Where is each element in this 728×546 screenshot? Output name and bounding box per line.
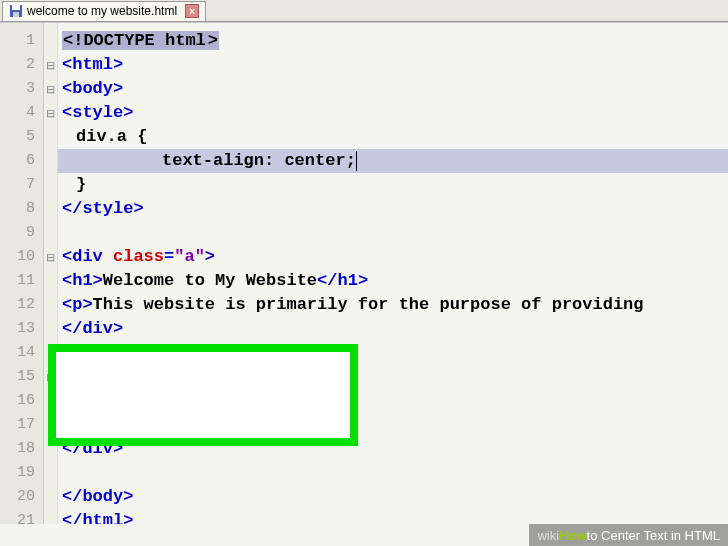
code-line: <body> [58,77,728,101]
line-number: 17 [0,413,43,437]
line-number: 4 [0,101,43,125]
text-cursor [356,151,357,171]
line-number: 5 [0,125,43,149]
code-line: <html> [58,53,728,77]
code-line: <div class="a"> [58,245,728,269]
fold-marker[interactable]: ⊟ [44,77,57,101]
code-line: </body> [58,485,728,509]
fold-marker[interactable] [44,197,57,221]
code-line: <div class="a"> [58,365,728,389]
line-number: 7 [0,173,43,197]
code-line: } [58,173,728,197]
code-line-highlighted: text-align: center; [58,149,728,173]
line-number-gutter: 1 2 3 4 5 6 7 8 9 10 11 12 13 14 15 16 1… [0,23,44,524]
line-number: 16 [0,389,43,413]
fold-marker[interactable] [44,221,57,245]
line-number: 13 [0,317,43,341]
code-line [58,341,728,365]
line-number: 12 [0,293,43,317]
code-line: </html> [58,509,728,524]
file-tab[interactable]: welcome to my website.html × [2,1,206,21]
line-number: 9 [0,221,43,245]
fold-marker[interactable] [44,461,57,485]
fold-marker[interactable] [44,173,57,197]
line-number: 3 [0,77,43,101]
line-number: 19 [0,461,43,485]
code-line: <p>please</p> [58,413,728,437]
line-number: 10 [0,245,43,269]
fold-marker[interactable] [44,485,57,509]
fold-marker[interactable]: ⊟ [44,365,57,389]
svg-rect-1 [12,5,20,10]
brand-how: How [559,528,586,543]
close-icon[interactable]: × [185,4,199,18]
fold-marker[interactable]: ⊟ [44,53,57,77]
tab-bar: welcome to my website.html × [0,0,728,22]
code-line: <style> [58,101,728,125]
fold-marker[interactable] [44,341,57,365]
code-line: div.a { [58,125,728,149]
line-number: 2 [0,53,43,77]
tab-filename: welcome to my website.html [27,4,177,18]
code-line: </div> [58,317,728,341]
svg-rect-2 [13,12,19,17]
code-line [58,221,728,245]
code-line: <h1>Welcome to My Website</h1> [58,269,728,293]
line-number: 1 [0,29,43,53]
fold-column: ⊟ ⊟ ⊟ ⊟ ⊟ [44,23,58,524]
line-number: 11 [0,269,43,293]
article-title: to Center Text in HTML [587,528,720,543]
save-icon [9,4,23,18]
fold-marker[interactable] [44,437,57,461]
line-number: 21 [0,509,43,533]
fold-marker[interactable] [44,509,57,533]
fold-marker[interactable] [44,149,57,173]
fold-marker[interactable] [44,29,57,53]
code-line [58,461,728,485]
line-number: 18 [0,437,43,461]
code-line: <h2>Donations Welcome</h2> [58,389,728,413]
watermark-footer: wikiHow to Center Text in HTML [529,524,728,546]
fold-marker[interactable] [44,413,57,437]
code-line: </style> [58,197,728,221]
fold-marker[interactable]: ⊟ [44,101,57,125]
code-line: </div> [58,437,728,461]
fold-marker[interactable] [44,269,57,293]
fold-marker[interactable] [44,389,57,413]
line-number: 20 [0,485,43,509]
code-area[interactable]: <!DOCTYPE html> <html> <body> <style> di… [58,23,728,524]
code-line: <p>This website is primarily for the pur… [58,293,728,317]
fold-marker[interactable] [44,317,57,341]
code-editor[interactable]: 1 2 3 4 5 6 7 8 9 10 11 12 13 14 15 16 1… [0,22,728,524]
line-number: 14 [0,341,43,365]
line-number: 6 [0,149,43,173]
code-line: <!DOCTYPE html> [58,29,728,53]
fold-marker[interactable] [44,125,57,149]
line-number: 8 [0,197,43,221]
fold-marker[interactable]: ⊟ [44,245,57,269]
line-number: 15 [0,365,43,389]
brand-wiki: wiki [537,528,559,543]
fold-marker[interactable] [44,293,57,317]
